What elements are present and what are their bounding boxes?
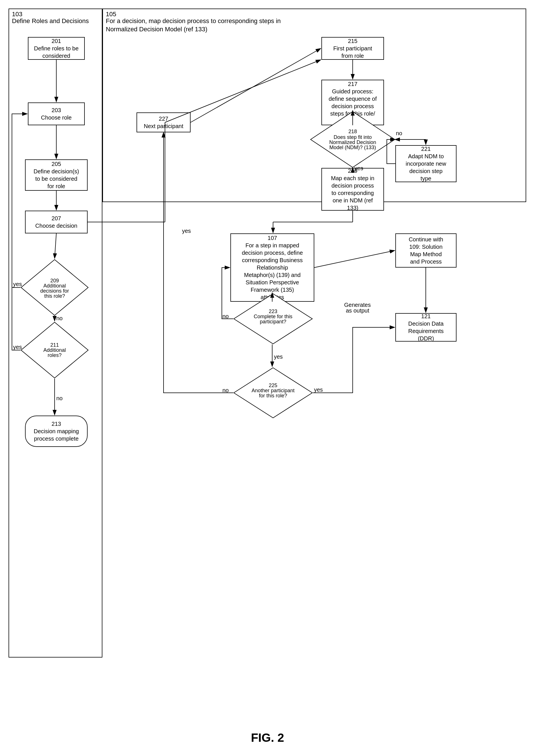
svg-text:participant?: participant? [260, 319, 286, 324]
svg-text:Additional: Additional [43, 347, 66, 353]
diagram-container: 103 Define Roles and Decisions 105 For a… [0, 0, 535, 756]
svg-line-51 [314, 251, 395, 268]
diamond-223: 223 Complete for this participant? [233, 293, 313, 345]
svg-text:yes: yes [314, 386, 323, 393]
svg-text:Model (NDM)? (133): Model (NDM)? (133) [329, 145, 376, 150]
box-219: 219Map each step indecision processto co… [322, 168, 384, 211]
svg-text:for this role?: for this role? [259, 393, 287, 399]
box-227: 227Next participant [136, 112, 190, 132]
svg-text:Generates: Generates [344, 302, 371, 308]
svg-text:as output: as output [346, 307, 370, 314]
svg-text:211: 211 [50, 342, 59, 348]
svg-text:209: 209 [50, 278, 59, 284]
box-109: Continue with109: SolutionMap Methodand … [395, 233, 457, 268]
svg-text:no: no [222, 313, 229, 319]
panel-right [102, 9, 526, 202]
diamond-225: 225 Another participant for this role? [233, 367, 313, 418]
svg-text:roles?: roles? [47, 352, 61, 358]
box-207: 207Choose decision [25, 211, 88, 233]
svg-text:Complete for this: Complete for this [254, 314, 293, 319]
svg-text:225: 225 [269, 382, 277, 388]
svg-text:yes: yes [274, 353, 283, 360]
diamond-209: 209 Additional decisions for this role? [20, 259, 89, 316]
svg-text:223: 223 [269, 309, 277, 314]
box-205: 205Define decision(s)to be consideredfor… [25, 159, 88, 191]
figure-label: FIG. 2 [251, 731, 284, 744]
svg-text:Normalized Decision: Normalized Decision [329, 139, 376, 145]
diamond-211: 211 Additional roles? [20, 322, 89, 378]
panel-right-desc: For a decision, map decision process to … [106, 17, 281, 33]
svg-text:Does step fit into: Does step fit into [334, 134, 372, 140]
svg-text:yes: yes [182, 228, 191, 234]
box-201: 201Define roles to beconsidered [28, 37, 85, 60]
svg-text:no: no [222, 387, 229, 393]
diamond-218: 218 Does step fit into Normalized Decisi… [310, 111, 395, 168]
svg-text:decisions for: decisions for [40, 288, 69, 294]
box-221: 221Adapt NDM toincorporate newdecision s… [395, 145, 457, 182]
box-215: 215First participantfrom role [322, 37, 384, 60]
panel-left-title: Define Roles and Decisions [12, 17, 89, 25]
box-203: 203Choose role [28, 103, 85, 125]
box-107: 107For a step in mappeddecision process,… [230, 233, 314, 302]
box-121: 121Decision DataRequirements(DDR) [395, 313, 457, 342]
svg-text:this role?: this role? [44, 293, 65, 299]
terminal-213: 213Decision mappingprocess complete [25, 415, 88, 447]
svg-text:Another participant: Another participant [251, 388, 295, 393]
svg-text:218: 218 [349, 129, 357, 134]
svg-text:Additional: Additional [43, 283, 66, 288]
